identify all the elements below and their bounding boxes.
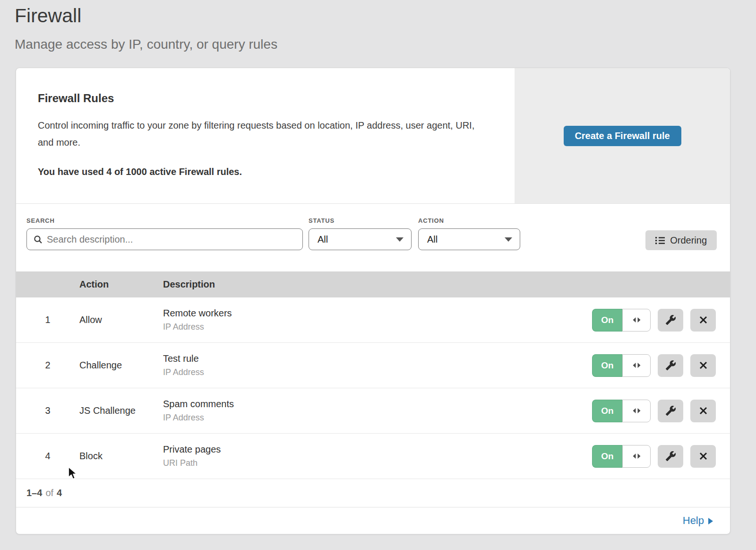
- card-title: Firewall Rules: [38, 92, 496, 105]
- card-usage-text: You have used 4 of 1000 active Firewall …: [38, 166, 496, 177]
- ordering-list-icon: [655, 236, 665, 244]
- rule-controls: On: [588, 400, 730, 422]
- rule-enabled-toggle[interactable]: On: [592, 354, 651, 377]
- left-right-arrows-icon: [632, 408, 641, 414]
- chevron-down-icon: [505, 237, 512, 242]
- wrench-icon: [665, 314, 676, 325]
- toggle-on-label[interactable]: On: [592, 400, 622, 422]
- table-row: 3 JS Challenge Spam comments IP Address …: [16, 388, 730, 434]
- status-filter-group: STATUS All: [309, 217, 412, 250]
- table-row: 4 Block Private pages URI Path On: [16, 434, 730, 479]
- help-row: Help: [16, 507, 730, 534]
- card-description: Control incoming traffic to your zone by…: [38, 117, 484, 151]
- table-row: 1 Allow Remote workers IP Address On: [16, 297, 730, 343]
- rule-description: Private pages: [163, 444, 588, 455]
- wrench-icon: [665, 451, 676, 462]
- rule-enabled-toggle[interactable]: On: [592, 309, 651, 332]
- rule-action: JS Challenge: [79, 405, 163, 416]
- rule-description: Remote workers: [163, 308, 588, 319]
- delete-rule-button[interactable]: [690, 309, 716, 332]
- rule-enabled-toggle[interactable]: On: [592, 445, 651, 468]
- action-selected-value: All: [427, 234, 438, 245]
- rule-priority: 3: [16, 405, 79, 416]
- search-input[interactable]: [47, 234, 296, 245]
- toggle-on-label[interactable]: On: [592, 445, 622, 468]
- rule-enabled-toggle[interactable]: On: [592, 400, 651, 422]
- rule-match-type: URI Path: [163, 458, 588, 468]
- rule-action: Challenge: [79, 360, 163, 371]
- rule-description: Spam comments: [163, 399, 588, 410]
- delete-rule-button[interactable]: [690, 354, 716, 377]
- help-arrow-icon: [708, 518, 713, 524]
- rule-description-cell: Remote workers IP Address: [163, 308, 588, 332]
- table-header: Action Description: [16, 271, 730, 297]
- close-icon: [699, 407, 707, 415]
- rule-priority: 1: [16, 314, 79, 325]
- edit-rule-button[interactable]: [658, 400, 683, 422]
- rule-description-cell: Test rule IP Address: [163, 353, 588, 377]
- rule-match-type: IP Address: [163, 413, 588, 423]
- pagination-of: of: [45, 488, 53, 498]
- rule-description: Test rule: [163, 353, 588, 364]
- edit-rule-button[interactable]: [658, 445, 683, 468]
- ordering-button[interactable]: Ordering: [645, 230, 717, 250]
- firewall-page: Firewall Manage access by IP, country, o…: [0, 0, 756, 550]
- pagination-bar: 1–4 of 4: [16, 479, 730, 507]
- intro-card-text: Firewall Rules Control incoming traffic …: [16, 68, 515, 203]
- rule-action: Block: [79, 451, 163, 462]
- help-link[interactable]: Help: [683, 515, 713, 527]
- action-label: ACTION: [418, 217, 520, 224]
- close-icon: [699, 452, 707, 460]
- delete-rule-button[interactable]: [690, 445, 716, 468]
- pagination-total: 4: [57, 488, 62, 498]
- search-filter-group: SEARCH: [26, 217, 303, 250]
- create-firewall-rule-button[interactable]: Create a Firewall rule: [564, 126, 681, 146]
- rule-controls: On: [588, 445, 730, 468]
- status-selected-value: All: [318, 234, 328, 245]
- search-box[interactable]: [26, 228, 303, 250]
- help-link-label: Help: [683, 515, 704, 527]
- chevron-down-icon: [396, 237, 404, 242]
- rule-controls: On: [588, 354, 730, 377]
- rule-priority: 4: [16, 451, 79, 462]
- intro-card: Firewall Rules Control incoming traffic …: [16, 68, 730, 204]
- edit-rule-button[interactable]: [658, 354, 683, 377]
- rule-priority: 2: [16, 360, 79, 371]
- close-icon: [699, 316, 707, 324]
- rule-match-type: IP Address: [163, 322, 588, 332]
- intro-card-side: Create a Firewall rule: [515, 68, 730, 203]
- edit-rule-button[interactable]: [658, 309, 683, 332]
- page-title: Firewall: [15, 4, 756, 28]
- rule-controls: On: [588, 309, 730, 332]
- close-icon: [699, 361, 707, 369]
- rule-description-cell: Private pages URI Path: [163, 444, 588, 468]
- filters-bar: SEARCH STATUS All ACTION: [16, 204, 730, 271]
- action-filter-group: ACTION All: [418, 217, 520, 250]
- toggle-on-label[interactable]: On: [592, 309, 622, 332]
- rule-match-type: IP Address: [163, 367, 588, 377]
- toggle-on-label[interactable]: On: [592, 354, 622, 377]
- rule-description-cell: Spam comments IP Address: [163, 399, 588, 423]
- wrench-icon: [665, 360, 676, 371]
- ordering-button-label: Ordering: [670, 235, 707, 246]
- toggle-handle[interactable]: [622, 445, 651, 468]
- delete-rule-button[interactable]: [690, 400, 716, 422]
- status-select[interactable]: All: [309, 228, 412, 250]
- description-column-header: Description: [163, 279, 588, 290]
- rule-action: Allow: [79, 314, 163, 325]
- status-label: STATUS: [309, 217, 412, 224]
- wrench-icon: [665, 405, 676, 416]
- toggle-handle[interactable]: [622, 354, 651, 377]
- firewall-rules-panel: Firewall Rules Control incoming traffic …: [16, 68, 730, 534]
- toggle-handle[interactable]: [622, 400, 651, 422]
- left-right-arrows-icon: [632, 317, 641, 323]
- left-right-arrows-icon: [632, 453, 641, 459]
- search-icon: [34, 235, 43, 244]
- toggle-handle[interactable]: [622, 309, 651, 332]
- search-label: SEARCH: [26, 217, 303, 224]
- page-header: Firewall Manage access by IP, country, o…: [0, 0, 756, 52]
- page-subtitle: Manage access by IP, country, or query r…: [15, 37, 756, 52]
- table-row: 2 Challenge Test rule IP Address On: [16, 343, 730, 388]
- action-select[interactable]: All: [418, 228, 520, 250]
- left-right-arrows-icon: [632, 362, 641, 368]
